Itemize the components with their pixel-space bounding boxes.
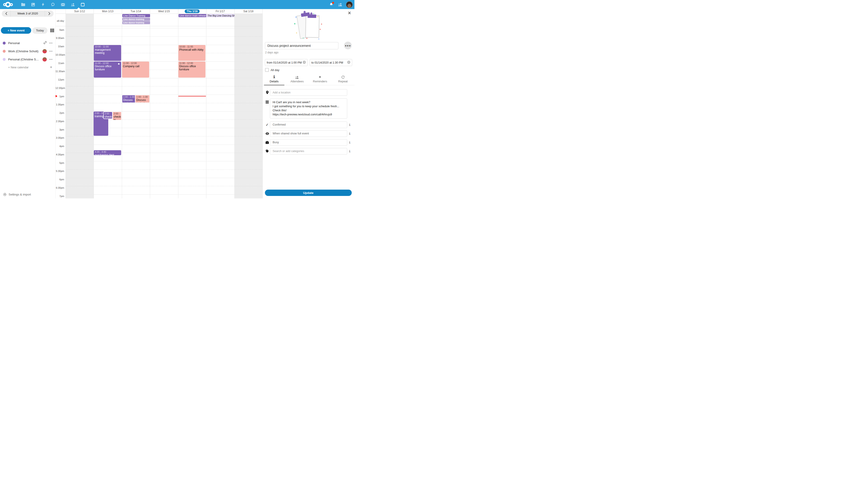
event-title: management meeting — [95, 48, 120, 55]
app-icon-contacts[interactable] — [68, 0, 78, 9]
time-label: 9am — [55, 29, 64, 31]
share-link-icon[interactable] — [43, 41, 47, 45]
tab-attendees[interactable]: Attendees — [286, 75, 309, 85]
calendar-event[interactable]: 1:00 - 1:30Discuss project — [135, 95, 150, 103]
timezone-globe-icon[interactable] — [303, 61, 306, 64]
attendees-tab-icon — [286, 75, 309, 79]
week-label[interactable]: Week 3 of 2020 — [10, 10, 45, 17]
all-day-event[interactable]: The Big Line Dancing Show — [207, 14, 235, 17]
more-actions-button[interactable]: ●●● — [344, 41, 352, 49]
event-time: 10:00 - 11:00 — [179, 45, 205, 48]
start-datetime-field[interactable]: from 01/14/2020 at 1:00 PM — [265, 59, 308, 66]
calendar-list: Personal●●●Work (Christine Schott)●●●Per… — [0, 39, 55, 71]
categories-input[interactable]: Search or add categories — [270, 148, 347, 154]
day-header[interactable]: Fri 1/17 — [206, 9, 234, 13]
calendar-menu-icon[interactable]: ●●● — [49, 42, 53, 44]
timezone-globe-icon[interactable] — [347, 61, 350, 64]
calendar-color-dot — [3, 41, 6, 45]
day-header[interactable]: Sun 1/12 — [66, 9, 94, 13]
time-label: 12:30pm — [55, 87, 64, 90]
visibility-select[interactable]: When shared show full event — [270, 130, 347, 137]
busy-select[interactable]: Busy — [270, 139, 347, 146]
shared-by-avatar — [42, 49, 47, 53]
calendar-color-dot — [3, 50, 6, 53]
previous-week-button[interactable] — [2, 10, 10, 17]
repeat-tab-icon — [332, 75, 355, 79]
all-day-event[interactable]: Line Dance Training — [122, 14, 150, 17]
app-icon-mail[interactable] — [58, 0, 68, 9]
all-day-event[interactable]: Line dance training — [122, 18, 150, 21]
calendar-list-item[interactable]: Personal●●● — [0, 39, 55, 47]
app-icon-activity[interactable] — [38, 0, 48, 9]
nextcloud-logo[interactable] — [3, 2, 17, 7]
today-button[interactable]: Today — [32, 27, 48, 34]
status-info-icon[interactable]: i — [347, 123, 352, 126]
user-avatar[interactable] — [346, 1, 352, 8]
contacts-menu-icon[interactable] — [337, 1, 343, 8]
tab-reminders[interactable]: Reminders — [309, 75, 332, 85]
calendar-list-item[interactable]: Personal (Christine Schott)●●● — [0, 55, 55, 63]
grid-line — [66, 186, 262, 186]
tab-details[interactable]: iDetails — [263, 75, 286, 85]
calendar-list-item[interactable]: Work (Christine Schott)●●● — [0, 47, 55, 55]
event-time: 1:00 - 1:30 — [123, 95, 134, 98]
notifications-bell-icon[interactable] — [328, 1, 334, 8]
day-header[interactable]: Tue 1/14 — [122, 9, 150, 13]
left-sidebar: Week 3 of 2020 + New event Today Persona… — [0, 9, 56, 198]
end-datetime-field[interactable]: to 01/14/2020 at 1:30 PM — [310, 59, 352, 66]
event-title: check-in — [114, 115, 120, 121]
calendar-event[interactable]: 11:00 - 12:00Discuss office furniture — [94, 61, 121, 78]
weekend-shading — [66, 13, 94, 198]
day-header[interactable]: Mon 1/13 — [94, 9, 122, 13]
calendar-event[interactable]: 2:00 - 2:30check-in — [112, 112, 122, 121]
new-event-button[interactable]: + New event — [1, 27, 31, 34]
all-day-checkbox[interactable] — [265, 68, 269, 72]
time-label: 11am — [55, 62, 64, 65]
update-button[interactable]: Update — [265, 190, 352, 196]
all-day-row[interactable]: All day — [265, 68, 354, 72]
app-icon-photos[interactable] — [28, 0, 38, 9]
top-bar — [0, 0, 354, 9]
all-day-event[interactable]: Line dance training — [122, 21, 150, 24]
time-label: 1:30pm — [55, 103, 64, 106]
tab-label: Reminders — [309, 80, 332, 83]
day-header[interactable]: Sat 1/18 — [235, 9, 262, 13]
calendar-menu-icon[interactable]: ●●● — [49, 58, 53, 60]
all-day-label: All day — [271, 68, 279, 72]
view-toggle-icon[interactable] — [51, 29, 54, 32]
categories-info-icon[interactable]: i — [347, 149, 352, 153]
calendar-event[interactable]: 11:00 - 12:00Discuss office furniture — [178, 61, 206, 78]
calendar-event[interactable]: 10:00 - 11:00management meeting — [94, 45, 121, 61]
calendar-event[interactable]: 4:20 - 4:40purchasing dept — [94, 150, 121, 155]
day-header[interactable]: Wed 1/15 — [150, 9, 178, 13]
event-title-input[interactable]: Discuss project announcement — [265, 42, 338, 49]
event-title: Discuss office furniture — [179, 65, 205, 71]
day-header[interactable]: Thu 1/16 — [178, 9, 206, 13]
tab-repeat[interactable]: Repeat — [332, 75, 355, 85]
all-day-event[interactable]: Line dance main rehearsal — [179, 14, 206, 17]
event-illustration: + + + + + — [290, 13, 327, 40]
calendar-event[interactable]: 1:00 - 1:30Discuss project announcement — [122, 95, 136, 103]
next-week-button[interactable] — [45, 10, 54, 17]
calendar-event[interactable]: 10:00 - 11:00Phonecall with Abby — [178, 45, 206, 61]
folder-icon — [21, 3, 25, 6]
description-textarea[interactable]: Hi Carl! are you in next week? I got som… — [270, 98, 347, 119]
calendar-event[interactable]: 11:00 - 12:00Company call — [122, 61, 149, 78]
new-calendar-button[interactable]: + New calendar+ — [0, 63, 55, 71]
calendar-menu-icon[interactable]: ●●● — [49, 50, 53, 52]
close-icon[interactable]: ✕ — [348, 11, 351, 15]
visibility-info-icon[interactable]: i — [347, 132, 352, 135]
grid-line — [66, 178, 262, 178]
grid-line — [66, 28, 262, 28]
settings-import[interactable]: Settings & import — [0, 190, 31, 198]
app-icon-talk[interactable] — [48, 0, 58, 9]
start-datetime-value: from 01/14/2020 at 1:00 PM — [267, 61, 302, 64]
calendar-event[interactable]: 2:00 - 2:30check-in — [103, 112, 113, 119]
app-icon-files[interactable] — [18, 0, 28, 9]
busy-info-icon[interactable]: i — [347, 141, 352, 144]
time-label: 5pm — [55, 162, 64, 165]
status-select[interactable]: Confirmed — [270, 121, 347, 128]
last-modified-label: 2 days ago — [265, 51, 354, 54]
calendar-item-actions: ●●● — [42, 49, 53, 53]
location-input[interactable]: Add a location — [270, 89, 347, 96]
